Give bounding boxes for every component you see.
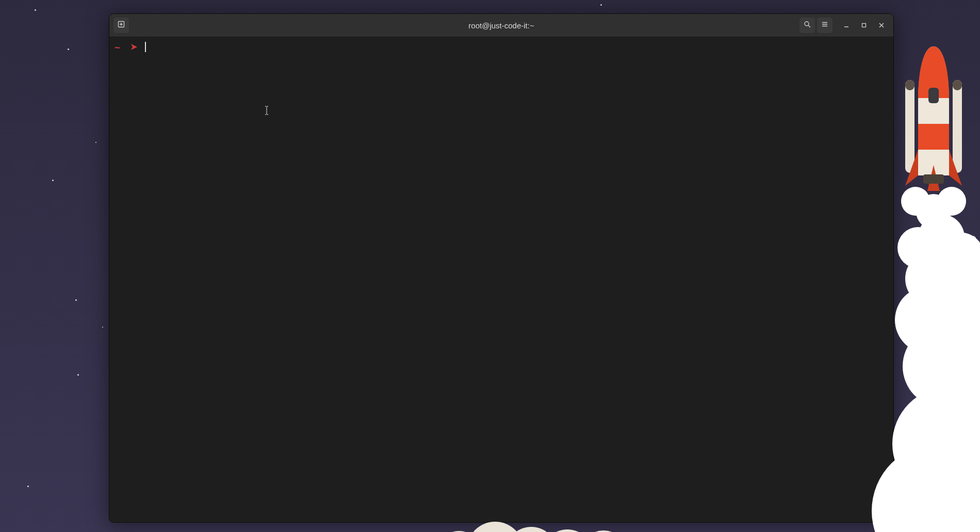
mouse-ibeam-cursor [264,105,269,118]
wallpaper-star [68,49,69,50]
close-button[interactable] [874,18,889,33]
svg-point-37 [923,418,980,532]
window-title: root@just-code-it:~ [109,21,893,30]
maximize-icon [861,21,867,30]
wallpaper-star [35,9,36,11]
terminal-viewport[interactable]: ~ [109,37,893,522]
svg-line-4 [808,25,810,27]
prompt-line: ~ [111,41,891,53]
wallpaper-star [95,142,96,143]
svg-rect-20 [953,80,962,173]
titlebar: root@just-code-it:~ [109,14,893,37]
svg-point-39 [968,236,976,244]
new-tab-button[interactable] [113,18,129,33]
hamburger-icon [821,21,828,30]
minimize-button[interactable] [839,18,854,33]
svg-point-43 [542,529,593,532]
menu-button[interactable] [817,18,832,33]
close-icon [879,21,884,30]
svg-rect-22 [928,88,939,103]
wallpaper-star [27,486,29,487]
svg-point-42 [505,527,557,532]
svg-rect-21 [953,80,962,90]
svg-point-25 [937,187,966,216]
svg-point-27 [918,214,965,261]
wallpaper-star [52,180,54,181]
maximize-button[interactable] [856,18,872,33]
svg-point-41 [467,522,524,532]
svg-point-30 [905,250,962,307]
svg-rect-18 [905,80,914,173]
search-icon [804,21,811,30]
terminal-window: root@just-code-it:~ [109,13,894,523]
prompt-cwd: ~ [111,42,123,53]
svg-rect-19 [905,80,914,90]
command-input[interactable] [145,42,146,52]
svg-point-3 [805,22,809,26]
search-button[interactable] [799,18,815,33]
new-tab-icon [118,21,125,30]
svg-point-28 [897,227,939,268]
wallpaper-star [102,327,103,328]
svg-rect-23 [923,174,944,184]
svg-rect-9 [862,24,866,27]
svg-point-24 [901,187,930,216]
svg-point-34 [903,325,980,408]
svg-point-33 [939,304,980,377]
wallpaper-star [600,4,602,6]
terminal-cursor [145,42,146,52]
svg-point-31 [934,268,980,330]
svg-point-29 [934,232,980,284]
svg-point-32 [895,286,962,353]
prompt-arrow-icon [123,43,141,51]
wallpaper-star [75,299,77,301]
svg-marker-12 [131,44,137,50]
svg-point-36 [892,387,980,501]
minimize-icon [844,21,849,30]
svg-point-35 [934,356,980,449]
svg-point-26 [916,194,951,229]
wallpaper-star [77,374,79,376]
